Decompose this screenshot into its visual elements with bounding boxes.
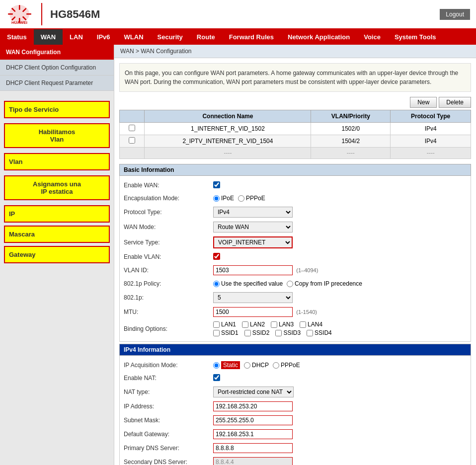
info-box: On this page, you can configure WAN port… [119,63,471,92]
wan-mode-select[interactable]: Route WAN Bridge WAN [213,222,293,232]
subnet-row: Subnet Mask: 255.255.255.0 [120,413,471,427]
encap-ipoe-text: IPoE [221,195,234,202]
policy-copy-radio[interactable] [287,281,293,287]
enable-vlan-checkbox[interactable] [213,253,220,260]
protocol-select[interactable]: IPv4 IPv6 IPv4/IPv6 [213,207,293,218]
nav-system-tools[interactable]: System Tools [388,29,443,45]
nav-ipv6[interactable]: IPv6 [90,29,117,45]
col-connection-name: Connection Name [145,110,311,123]
delete-button[interactable]: Delete [439,97,471,108]
nav-wan[interactable]: WAN [34,29,63,45]
dot1p-select[interactable]: 01234567 [213,292,293,303]
row1-protocol: IPv4 [391,123,471,135]
sidebar-dhcp-option[interactable]: DHCP Client Option Configuration [0,60,114,76]
binding-row: Binding Options: LAN1 LAN2 LAN3 LAN4 SSI… [120,319,471,338]
row1-vlan: 1502/0 [311,123,391,135]
policy-specified-label[interactable]: Use the specified value [213,280,283,287]
page-wrapper: HUAWEI HG8546M Logout Status WAN LAN IPv… [0,0,476,465]
mtu-hint: (1-1540) [296,309,317,315]
policy-specified-radio[interactable] [213,281,220,287]
binding-lan1[interactable]: LAN1 [213,321,236,328]
mtu-input[interactable]: 1500 [213,307,293,317]
annotation-mascara: Mascara [4,226,110,243]
encap-pppoe-label[interactable]: PPPoE [238,195,265,202]
acq-static-radio[interactable] [213,362,220,369]
binding-ssid1[interactable]: SSID1 [213,329,238,336]
gateway-input[interactable]: 192.168.253.1 [213,429,293,439]
subnet-input[interactable]: 255.255.255.0 [213,415,293,425]
nav-wlan[interactable]: WLAN [117,29,151,45]
acq-static-label[interactable]: Static [213,361,240,369]
binding-ssid2[interactable]: SSID2 [244,329,270,336]
ipv4-info-form: IP Acquisition Mode: Static DHCP PPPo [119,356,471,465]
secondary-dns-label: Secondary DNS Server: [124,459,213,465]
ip-addr-input[interactable]: 192.168.253.20 [213,401,293,411]
ip-acq-row: IP Acquisition Mode: Static DHCP PPPo [120,359,471,372]
table-row: 1_INTERNET_R_VID_1502 1502/0 IPv4 [120,123,471,135]
device-name: HG8546M [50,8,440,21]
ipv4-info-header: IPv4 Information [119,344,471,356]
nav-network-app[interactable]: Network Application [281,29,357,45]
primary-dns-input[interactable]: 8.8.8.8 [213,443,293,453]
encap-pppoe-radio[interactable] [238,195,244,202]
encap-mode-row: Encapsulation Mode: IPoE PPPoE [120,192,471,205]
primary-dns-label: Primary DNS Server: [124,445,213,452]
policy-specified-text: Use the specified value [221,280,283,287]
binding-lan3[interactable]: LAN3 [271,321,294,328]
connection-table-area: New Delete Connection Name VLAN/Priority… [119,97,471,159]
encap-ipoe-radio[interactable] [213,195,220,202]
gateway-row: Default Gateway: 192.168.253.1 [120,427,471,441]
wan-mode-label: WAN Mode: [124,224,213,231]
binding-label: Binding Options: [124,325,213,332]
binding-ssid3[interactable]: SSID3 [275,329,301,336]
binding-ssid4[interactable]: SSID4 [307,329,332,336]
subnet-label: Subnet Mask: [124,417,213,424]
binding-lan2[interactable]: LAN2 [242,321,265,328]
enable-nat-checkbox[interactable] [213,374,220,381]
nav-status[interactable]: Status [0,29,34,45]
dashes-vlan: ---- [311,148,391,159]
enable-wan-label: Enable WAN: [124,182,213,189]
acq-dhcp-radio[interactable] [244,362,250,369]
protocol-type-row: Protocol Type: IPv4 IPv6 IPv4/IPv6 [120,205,471,220]
annotation-habilitamos-vlan: HabilitamosVlan [4,123,110,148]
nat-type-select[interactable]: Port-restricted cone NAT Full cone NAT S… [213,387,294,397]
svg-text:HUAWEI: HUAWEI [11,20,27,25]
policy-row: 802.1p Policy: Use the specified value C… [120,277,471,290]
annotation-asignamos-ip: Asignamos unaIP estatica [4,175,110,200]
new-button[interactable]: New [410,97,437,108]
acq-pppoe-label[interactable]: PPPoE [273,362,300,369]
policy-copy-text: Copy from IP precedence [295,280,362,287]
dot1p-label: 802.1p: [124,294,213,301]
row2-checkbox[interactable] [129,137,135,144]
service-type-select[interactable]: VOIP_INTERNET INTERNET VOIP TR069 OTHER [213,236,293,248]
nav-route[interactable]: Route [190,29,222,45]
binding-row-lan: LAN1 LAN2 LAN3 LAN4 [213,321,467,328]
annotation-vlan: Vlan [4,153,110,170]
col-vlan: VLAN/Priority [311,110,391,123]
policy-copy-label[interactable]: Copy from IP precedence [287,280,362,287]
ip-addr-row: IP Address: 192.168.253.20 [120,399,471,413]
nav-voice[interactable]: Voice [357,29,388,45]
secondary-dns-input[interactable]: 8.8.4.4 [213,457,293,465]
vlan-id-input[interactable]: 1503 [213,265,293,275]
annotation-tipo-servicio: Tipo de Servicio [4,101,110,118]
sidebar-dhcp-request[interactable]: DHCP Client Request Parameter [0,76,114,91]
row1-checkbox[interactable] [129,125,135,131]
binding-lan4[interactable]: LAN4 [300,321,322,328]
encap-pppoe-text: PPPoE [246,195,265,202]
table-row: 2_IPTV_INTERNET_R_VID_1504 1504/2 IPv4 [120,135,471,148]
nav-security[interactable]: Security [151,29,190,45]
sidebar-wan-config[interactable]: WAN Configuration [0,45,114,60]
enable-wan-checkbox[interactable] [213,181,220,188]
logout-button[interactable]: Logout [440,9,470,20]
encap-ipoe-label[interactable]: IPoE [213,195,234,202]
protocol-label: Protocol Type: [124,209,213,216]
vlan-id-label: VLAN ID: [124,267,213,274]
nav-lan[interactable]: LAN [63,29,90,45]
acq-pppoe-radio[interactable] [273,362,279,369]
nav-forward-rules[interactable]: Forward Rules [222,29,281,45]
service-type-row: Service Type: VOIP_INTERNET INTERNET VOI… [120,234,471,250]
acq-dhcp-label[interactable]: DHCP [244,362,269,369]
enable-vlan-label: Enable VLAN: [124,253,213,260]
